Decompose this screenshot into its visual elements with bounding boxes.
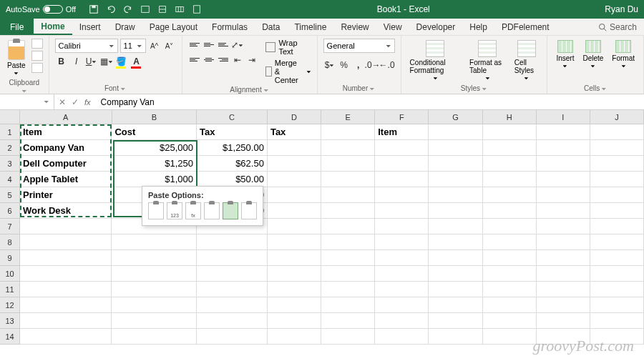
cell-E4[interactable] — [321, 172, 375, 187]
cell-E1[interactable] — [321, 124, 375, 140]
cell-E5[interactable] — [321, 187, 375, 203]
tab-developer[interactable]: Developer — [409, 19, 463, 35]
align-top-icon[interactable] — [188, 39, 201, 50]
row-header-10[interactable]: 10 — [0, 266, 20, 282]
tab-file[interactable]: File — [0, 19, 34, 35]
align-right-icon[interactable] — [217, 54, 230, 65]
cell-H7[interactable] — [483, 219, 537, 234]
align-middle-icon[interactable] — [203, 39, 215, 50]
col-header-D[interactable]: D — [268, 110, 321, 124]
cell-I11[interactable] — [537, 282, 590, 297]
cell-J6[interactable] — [590, 203, 644, 219]
cell-F9[interactable] — [375, 250, 429, 266]
qat-icon-6[interactable] — [175, 4, 185, 14]
cell-F11[interactable] — [375, 282, 429, 297]
cell-J13[interactable] — [590, 313, 644, 329]
row-header-9[interactable]: 9 — [0, 250, 20, 266]
cell-E13[interactable] — [321, 313, 375, 329]
formula-bar[interactable]: Company Van — [95, 97, 644, 107]
cell-E14[interactable] — [321, 329, 375, 345]
tab-insert[interactable]: Insert — [72, 19, 108, 35]
paste-option-5[interactable] — [223, 202, 238, 219]
cell-A14[interactable] — [20, 329, 112, 345]
cell-F8[interactable] — [375, 234, 429, 250]
cell-B1[interactable]: Cost — [112, 124, 197, 140]
cell-G5[interactable] — [429, 187, 482, 203]
search-box[interactable]: Search — [591, 22, 644, 32]
cell-B9[interactable] — [112, 250, 197, 266]
name-box[interactable] — [0, 94, 54, 109]
cell-J5[interactable] — [590, 187, 644, 203]
format-cells-button[interactable]: Format⏷ — [609, 39, 638, 70]
cell-F10[interactable] — [375, 266, 429, 282]
tab-help[interactable]: Help — [462, 19, 494, 35]
cell-H3[interactable] — [483, 156, 537, 172]
cell-G7[interactable] — [429, 219, 482, 234]
cell-I8[interactable] — [537, 234, 590, 250]
font-size-dropdown[interactable]: 11 — [120, 39, 146, 53]
cell-A6[interactable]: Work Desk — [20, 203, 112, 219]
cell-H11[interactable] — [483, 282, 537, 297]
row-header-6[interactable]: 6 — [0, 203, 20, 219]
col-header-I[interactable]: I — [537, 110, 590, 124]
cell-B11[interactable] — [112, 282, 197, 297]
cell-C11[interactable] — [197, 282, 268, 297]
increase-indent-icon[interactable]: ⇥ — [245, 54, 258, 66]
paste-button[interactable]: Paste ⏷ — [6, 39, 27, 77]
row-header-14[interactable]: 14 — [0, 329, 20, 345]
cell-E11[interactable] — [321, 282, 375, 297]
save-icon[interactable] — [89, 4, 99, 14]
row-header-13[interactable]: 13 — [0, 313, 20, 329]
cell-E6[interactable] — [321, 203, 375, 219]
cell-D12[interactable] — [268, 297, 321, 313]
cell-G4[interactable] — [429, 172, 482, 187]
cell-J4[interactable] — [590, 172, 644, 187]
cell-C10[interactable] — [197, 266, 268, 282]
cell-I14[interactable] — [537, 329, 590, 345]
cell-J2[interactable] — [590, 140, 644, 156]
col-header-E[interactable]: E — [321, 110, 375, 124]
cell-H2[interactable] — [483, 140, 537, 156]
tab-data[interactable]: Data — [255, 19, 287, 35]
paste-option-6[interactable] — [241, 202, 257, 219]
italic-button[interactable]: I — [70, 55, 83, 68]
increase-decimal-icon[interactable]: .0→ — [366, 59, 379, 71]
cell-A4[interactable]: Apple Tablet — [20, 172, 112, 187]
row-header-1[interactable]: 1 — [0, 124, 20, 140]
cell-J7[interactable] — [590, 219, 644, 234]
cell-J14[interactable] — [590, 329, 644, 345]
cell-A1[interactable]: Item — [20, 124, 112, 140]
format-as-table-button[interactable]: Format as Table⏷ — [467, 39, 509, 82]
cell-H12[interactable] — [483, 297, 537, 313]
cell-F5[interactable] — [375, 187, 429, 203]
cell-I5[interactable] — [537, 187, 590, 203]
cell-A2[interactable]: Company Van — [20, 140, 112, 156]
cell-D7[interactable] — [268, 219, 321, 234]
cell-I4[interactable] — [537, 172, 590, 187]
cell-C12[interactable] — [197, 297, 268, 313]
col-header-B[interactable]: B — [112, 110, 197, 124]
cell-F13[interactable] — [375, 313, 429, 329]
row-header-2[interactable]: 2 — [0, 140, 20, 156]
cell-J9[interactable] — [590, 250, 644, 266]
font-color-button[interactable]: A — [130, 55, 143, 68]
cell-J11[interactable] — [590, 282, 644, 297]
cell-A13[interactable] — [20, 313, 112, 329]
cell-D11[interactable] — [268, 282, 321, 297]
cell-I10[interactable] — [537, 266, 590, 282]
bold-button[interactable]: B — [55, 55, 68, 68]
comma-icon[interactable]: , — [352, 59, 365, 71]
cell-C13[interactable] — [197, 313, 268, 329]
cell-D10[interactable] — [268, 266, 321, 282]
cell-G11[interactable] — [429, 282, 482, 297]
insert-cells-button[interactable]: Insert⏷ — [553, 39, 577, 70]
increase-font-icon[interactable]: A^ — [148, 39, 161, 52]
cell-A12[interactable] — [20, 297, 112, 313]
cell-F3[interactable] — [375, 156, 429, 172]
cell-H14[interactable] — [483, 329, 537, 345]
cell-E9[interactable] — [321, 250, 375, 266]
cell-D2[interactable] — [268, 140, 321, 156]
cell-B8[interactable] — [112, 234, 197, 250]
cell-I2[interactable] — [537, 140, 590, 156]
orientation-icon[interactable]: ⤢⏷ — [231, 39, 244, 51]
